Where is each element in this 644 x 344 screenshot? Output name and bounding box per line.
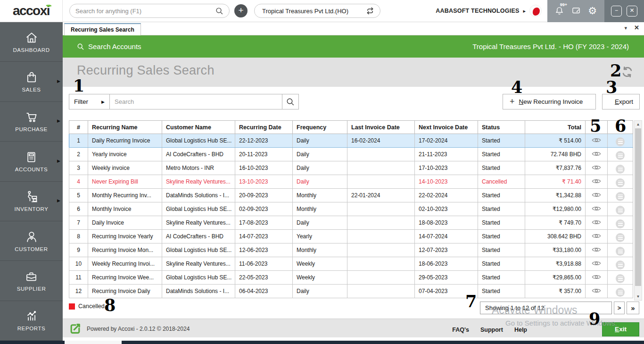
scroll-down-icon[interactable]: ▼ [635, 294, 642, 299]
cell-customer-name[interactable]: Global Logistics Hub SE... [162, 243, 235, 257]
cell-recurring-name[interactable]: Never Expiring Bill [88, 175, 162, 189]
settings-gear-icon[interactable]: ⚙ [588, 5, 597, 17]
sidebar-item-inventory[interactable]: INVENTORY ▶ [0, 182, 63, 221]
cell-recurring-name[interactable]: Weekly invoice [88, 161, 162, 175]
cell-next-invoice-date[interactable]: 17-10-2023 [415, 161, 478, 175]
cell-status[interactable]: Started [478, 271, 525, 285]
cell-customer-name[interactable]: DataMinds Solutions - I... [162, 189, 235, 202]
cell-last-invoice-date[interactable]: 22-01-2024 [347, 189, 415, 202]
cell-number[interactable]: 2 [69, 148, 88, 161]
cell-recurring-date[interactable]: 14-07-2023 [235, 230, 293, 243]
cell-next-invoice-date[interactable]: 17-02-2024 [415, 134, 478, 148]
table-row[interactable]: 3 Weekly invoice Metro Motors - INR 16-1… [69, 161, 633, 175]
app-logo[interactable]: accoxi [0, 0, 63, 22]
row-menu-button[interactable] [616, 274, 625, 283]
cell-recurring-date[interactable]: 13-10-2023 [235, 175, 293, 189]
view-row-button[interactable] [592, 137, 601, 143]
table-row[interactable]: 5 Monthly Recurring Inv... DataMinds Sol… [69, 189, 633, 202]
new-recurring-invoice-button[interactable]: + New Recurring Invoice [503, 94, 596, 109]
view-row-button[interactable] [592, 246, 601, 253]
export-button[interactable]: Export [602, 94, 640, 109]
cell-total[interactable]: ₹3,918.88 [525, 257, 586, 271]
cell-total[interactable]: ₹7,837.76 [525, 161, 586, 175]
cell-number[interactable]: 12 [69, 285, 88, 298]
cell-frequency[interactable]: Monthly [293, 202, 347, 216]
notifications-button[interactable]: 99+ [555, 6, 564, 16]
cell-total[interactable]: 72.748 BHD [525, 148, 586, 161]
cell-number[interactable]: 9 [69, 243, 88, 257]
messages-icon[interactable] [571, 7, 581, 15]
support-link[interactable]: Support [480, 327, 503, 333]
cell-customer-name[interactable]: AI CodeCrafters - BHD [162, 148, 235, 161]
cell-frequency[interactable]: Weekly [293, 257, 347, 271]
row-menu-button[interactable] [616, 247, 625, 256]
cell-customer-name[interactable]: Skyline Realty Ventures... [162, 257, 235, 271]
cell-last-invoice-date[interactable] [347, 175, 415, 189]
help-link[interactable]: Help [514, 327, 527, 333]
sidebar-item-sales[interactable]: SALES ▶ [0, 62, 63, 101]
cell-recurring-date[interactable]: 02-09-2023 [235, 202, 293, 216]
cell-recurring-name[interactable]: Monthly Invoice [88, 202, 162, 216]
cell-frequency[interactable]: Daily [293, 148, 347, 161]
refresh-button[interactable] [621, 66, 634, 78]
organization-menu[interactable]: AABASOFT TECHNOLOGIES ▸ [436, 5, 547, 17]
cell-frequency[interactable]: Weekly [293, 271, 347, 285]
cell-number[interactable]: 6 [69, 202, 88, 216]
table-row[interactable]: 11 Recurring Invoice Wee... Global Logis… [69, 271, 633, 285]
switch-company-icon[interactable] [366, 7, 374, 15]
cell-status[interactable]: Started [478, 202, 525, 216]
table-row[interactable]: 10 Weekly Recurring Invoi... Skyline Rea… [69, 257, 633, 271]
cell-number[interactable]: 4 [69, 175, 88, 189]
cell-customer-name[interactable]: Skyline Realty Ventures... [162, 175, 235, 189]
cell-frequency[interactable]: Daily [293, 216, 347, 230]
col-status[interactable]: Status [478, 121, 525, 134]
cell-next-invoice-date[interactable]: 07-04-2023 [415, 285, 478, 298]
search-accounts-button[interactable]: Search Accounts [77, 42, 141, 50]
view-row-button[interactable] [592, 219, 601, 226]
cell-last-invoice-date[interactable] [347, 257, 415, 271]
cell-number[interactable]: 5 [69, 189, 88, 202]
cell-next-invoice-date[interactable]: 18-08-2023 [415, 216, 478, 230]
cell-frequency[interactable]: Monthly [293, 243, 347, 257]
cell-number[interactable]: 3 [69, 161, 88, 175]
cell-customer-name[interactable]: Global Logistics Hub SE... [162, 134, 235, 148]
cell-last-invoice-date[interactable] [347, 271, 415, 285]
cell-recurring-date[interactable]: 06-04-2023 [235, 285, 293, 298]
col-next-invoice-date[interactable]: Next Invoice Date [415, 121, 478, 134]
view-row-button[interactable] [592, 192, 601, 198]
row-menu-button[interactable] [616, 151, 625, 160]
table-row[interactable]: 4 Never Expiring Bill Skyline Realty Ven… [69, 175, 633, 189]
cell-last-invoice-date[interactable] [347, 148, 415, 161]
col-recurring-name[interactable]: Recurring Name [88, 121, 162, 134]
row-menu-button[interactable] [616, 137, 625, 146]
cell-next-invoice-date[interactable]: 29-05-2023 [415, 271, 478, 285]
cell-total[interactable]: ₹12,980.00 [525, 202, 586, 216]
cell-recurring-date[interactable]: 22-12-2023 [235, 134, 293, 148]
cell-last-invoice-date[interactable] [347, 285, 415, 298]
sidebar-item-supplier[interactable]: SUPPLIER ▶ [0, 261, 63, 301]
cell-frequency[interactable]: Daily [293, 161, 347, 175]
cell-status[interactable]: Started [478, 285, 525, 298]
scrollbar-thumb[interactable] [635, 128, 641, 286]
col-last-invoice-date[interactable]: Last Invoice Date [347, 121, 415, 134]
row-menu-button[interactable] [616, 260, 625, 269]
cell-next-invoice-date[interactable]: 14-10-2023 [415, 175, 478, 189]
view-row-button[interactable] [592, 164, 601, 171]
row-menu-button[interactable] [616, 178, 625, 187]
cell-customer-name[interactable]: Global Logistics Hub SE... [162, 202, 235, 216]
row-menu-button[interactable] [616, 288, 625, 297]
row-menu-button[interactable] [616, 192, 625, 201]
cell-frequency[interactable]: Daily [293, 285, 347, 298]
minimize-button[interactable]: − [611, 6, 622, 17]
scroll-up-icon[interactable]: ▲ [635, 122, 642, 126]
cell-recurring-date[interactable]: 20-09-2023 [235, 189, 293, 202]
cell-customer-name[interactable]: Global Logistics Hub SE... [162, 271, 235, 285]
sidebar-item-reports[interactable]: REPORTS ▶ [0, 301, 63, 341]
view-row-button[interactable] [592, 260, 601, 267]
view-row-button[interactable] [592, 151, 601, 157]
cell-frequency[interactable]: Daily [293, 175, 347, 189]
col-customer-name[interactable]: Customer Name [162, 121, 235, 134]
cell-customer-name[interactable]: Skyline Realty Ventures... [162, 216, 235, 230]
last-page-button[interactable]: » [627, 302, 639, 314]
table-row[interactable]: 2 Yearly invoice AI CodeCrafters - BHD 2… [69, 148, 633, 161]
